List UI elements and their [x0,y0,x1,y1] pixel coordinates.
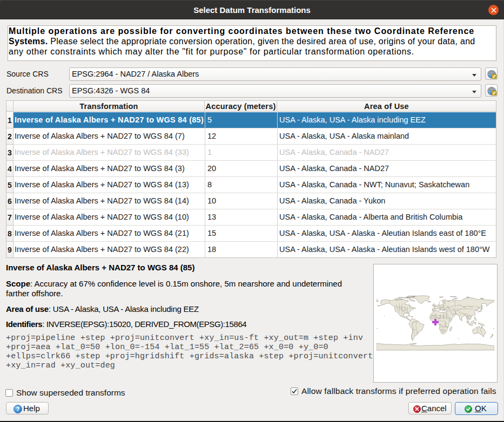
svg-text:?: ? [16,405,20,412]
